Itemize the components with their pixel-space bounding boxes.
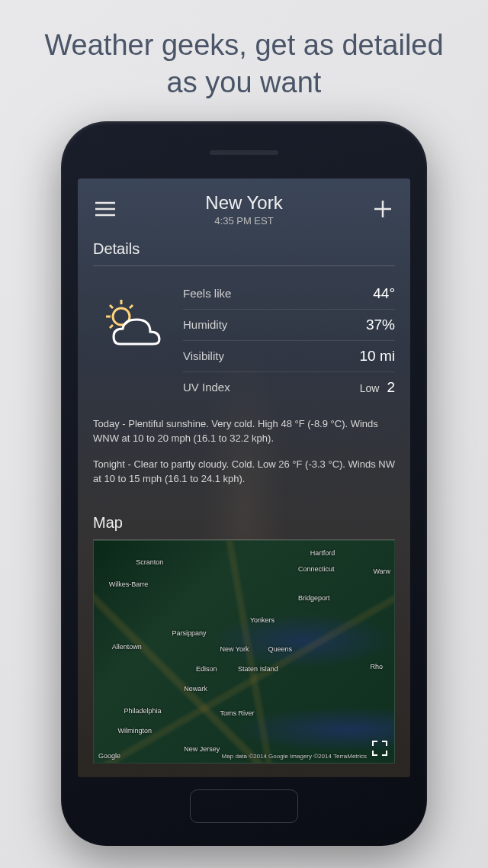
partly-cloudy-icon xyxy=(97,297,165,358)
svg-line-10 xyxy=(110,325,113,328)
details-body: Feels like 44° Humidity 37% Visibility 1… xyxy=(93,278,395,403)
map-place-label: New York xyxy=(220,645,249,653)
map-attribution: Google xyxy=(98,752,120,760)
map-copyright: Map data ©2014 Google Imagery ©2014 Terr… xyxy=(222,753,367,760)
weather-map[interactable]: HartfordConnecticutScrantonWilkes-BarreB… xyxy=(93,540,395,764)
map-place-label: Edison xyxy=(196,665,217,673)
map-place-label: Parsippany xyxy=(172,629,206,637)
promo-heading: Weather geeks, get as detailed as you wa… xyxy=(0,27,488,102)
add-location-icon[interactable] xyxy=(371,197,395,221)
map-place-label: Scranton xyxy=(136,558,163,566)
metric-visibility: Visibility 10 mi xyxy=(183,341,395,372)
forecast-text: Today - Plentiful sunshine. Very cold. H… xyxy=(93,416,395,487)
app-screen: New York 4:35 PM EST Details xyxy=(78,178,410,777)
metric-uv-index: UV Index Low 2 xyxy=(183,372,395,403)
map-place-label: Bridgeport xyxy=(298,594,330,602)
metrics-list: Feels like 44° Humidity 37% Visibility 1… xyxy=(183,278,395,403)
svg-line-9 xyxy=(130,305,133,308)
location-header[interactable]: New York 4:35 PM EST xyxy=(127,192,361,227)
forecast-tonight: Tonight - Clear to partly cloudy. Cold. … xyxy=(93,457,395,487)
map-place-label: Connecticut xyxy=(298,565,335,573)
map-place-label: Yonkers xyxy=(250,616,274,624)
map-place-label: New Jersey xyxy=(184,745,220,753)
map-place-label: Staten Island xyxy=(238,665,278,673)
map-place-label: Rho xyxy=(370,663,383,670)
metric-value: 37% xyxy=(366,317,395,333)
forecast-today: Today - Plentiful sunshine. Very cold. H… xyxy=(93,416,395,446)
map-place-label: Allentown xyxy=(112,643,142,651)
map-section: Map HartfordConnecticutScrantonWilkes-Ba… xyxy=(93,500,395,764)
local-time: 4:35 PM EST xyxy=(127,215,361,227)
metric-label: Visibility xyxy=(183,349,224,362)
map-place-label: Philadelphia xyxy=(124,707,161,715)
city-name: New York xyxy=(127,192,361,214)
expand-map-icon[interactable] xyxy=(371,740,388,757)
details-section-title: Details xyxy=(93,240,395,266)
map-place-label: Wilmington xyxy=(118,727,152,735)
metric-feels-like: Feels like 44° xyxy=(183,278,395,310)
metric-value: 10 mi xyxy=(360,348,395,365)
metric-value: 44° xyxy=(373,285,395,302)
metric-humidity: Humidity 37% xyxy=(183,310,395,341)
map-place-label: Newark xyxy=(184,685,207,693)
map-place-label: Toms River xyxy=(220,709,254,717)
condition-icon-col xyxy=(93,278,169,403)
uv-level: Low xyxy=(360,382,380,394)
metric-label: UV Index xyxy=(183,381,230,394)
metric-label: Humidity xyxy=(183,318,227,331)
map-place-label: Queens xyxy=(268,645,293,653)
top-bar: New York 4:35 PM EST xyxy=(93,192,395,227)
map-place-label: Wilkes-Barre xyxy=(109,580,149,588)
metric-label: Feels like xyxy=(183,287,231,300)
svg-line-8 xyxy=(110,305,113,308)
map-section-title: Map xyxy=(93,514,395,540)
menu-icon[interactable] xyxy=(93,197,117,221)
map-place-label: Warw xyxy=(373,567,390,575)
phone-frame: New York 4:35 PM EST Details xyxy=(61,121,427,846)
metric-value: 2 xyxy=(387,379,395,396)
map-place-label: Hartford xyxy=(310,549,336,557)
